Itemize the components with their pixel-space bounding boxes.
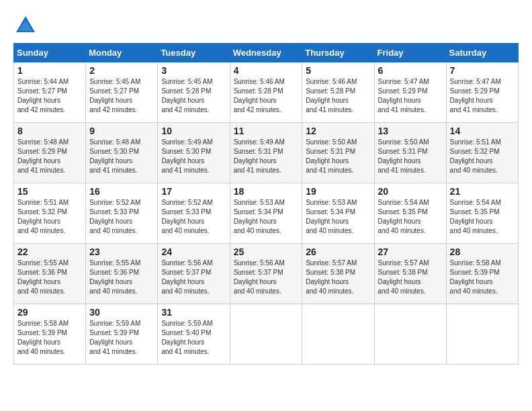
day-info: Sunrise: 5:51 AM Sunset: 5:32 PM Dayligh… bbox=[17, 198, 82, 236]
day-number: 19 bbox=[306, 186, 370, 197]
calendar-cell: 1 Sunrise: 5:44 AM Sunset: 5:27 PM Dayli… bbox=[14, 62, 86, 123]
calendar-cell: 9 Sunrise: 5:48 AM Sunset: 5:30 PM Dayli… bbox=[86, 123, 158, 183]
calendar-cell: 24 Sunrise: 5:56 AM Sunset: 5:37 PM Dayl… bbox=[158, 244, 230, 304]
weekday-header: Sunday bbox=[14, 44, 86, 62]
day-number: 6 bbox=[378, 65, 443, 76]
day-number: 25 bbox=[234, 246, 299, 257]
calendar-week-row: 15 Sunrise: 5:51 AM Sunset: 5:32 PM Dayl… bbox=[14, 183, 519, 244]
day-info: Sunrise: 5:56 AM Sunset: 5:37 PM Dayligh… bbox=[234, 259, 299, 296]
calendar-cell: 26 Sunrise: 5:57 AM Sunset: 5:38 PM Dayl… bbox=[302, 244, 374, 304]
day-info: Sunrise: 5:53 AM Sunset: 5:34 PM Dayligh… bbox=[306, 198, 370, 236]
calendar-cell: 25 Sunrise: 5:56 AM Sunset: 5:37 PM Dayl… bbox=[230, 244, 302, 304]
calendar-cell: 16 Sunrise: 5:52 AM Sunset: 5:33 PM Dayl… bbox=[86, 183, 158, 244]
calendar-cell: 29 Sunrise: 5:58 AM Sunset: 5:39 PM Dayl… bbox=[14, 304, 86, 365]
header-row: SundayMondayTuesdayWednesdayThursdayFrid… bbox=[14, 44, 519, 62]
day-info: Sunrise: 5:46 AM Sunset: 5:28 PM Dayligh… bbox=[306, 77, 370, 115]
calendar-cell: 5 Sunrise: 5:46 AM Sunset: 5:28 PM Dayli… bbox=[302, 62, 374, 123]
calendar-cell bbox=[446, 304, 518, 365]
logo bbox=[13, 13, 42, 38]
day-number: 3 bbox=[161, 65, 226, 76]
day-number: 14 bbox=[450, 126, 515, 136]
weekday-header: Monday bbox=[86, 44, 158, 62]
calendar-cell: 30 Sunrise: 5:59 AM Sunset: 5:39 PM Dayl… bbox=[86, 304, 158, 365]
calendar-cell: 18 Sunrise: 5:53 AM Sunset: 5:34 PM Dayl… bbox=[230, 183, 302, 244]
day-number: 5 bbox=[306, 65, 370, 76]
day-info: Sunrise: 5:50 AM Sunset: 5:31 PM Dayligh… bbox=[306, 138, 370, 175]
calendar-cell: 4 Sunrise: 5:46 AM Sunset: 5:28 PM Dayli… bbox=[230, 62, 302, 123]
calendar-cell: 7 Sunrise: 5:47 AM Sunset: 5:29 PM Dayli… bbox=[446, 62, 518, 123]
day-info: Sunrise: 5:57 AM Sunset: 5:38 PM Dayligh… bbox=[306, 259, 370, 296]
day-number: 9 bbox=[89, 126, 154, 136]
day-number: 4 bbox=[234, 65, 299, 76]
day-number: 18 bbox=[234, 186, 299, 197]
calendar-week-row: 22 Sunrise: 5:55 AM Sunset: 5:36 PM Dayl… bbox=[14, 244, 519, 304]
weekday-header: Wednesday bbox=[230, 44, 302, 62]
day-info: Sunrise: 5:52 AM Sunset: 5:33 PM Dayligh… bbox=[161, 198, 226, 236]
day-info: Sunrise: 5:49 AM Sunset: 5:31 PM Dayligh… bbox=[234, 138, 299, 175]
day-info: Sunrise: 5:47 AM Sunset: 5:29 PM Dayligh… bbox=[450, 77, 515, 115]
day-info: Sunrise: 5:46 AM Sunset: 5:28 PM Dayligh… bbox=[234, 77, 299, 115]
day-info: Sunrise: 5:48 AM Sunset: 5:30 PM Dayligh… bbox=[89, 138, 154, 175]
calendar-cell: 14 Sunrise: 5:51 AM Sunset: 5:32 PM Dayl… bbox=[446, 123, 518, 183]
day-info: Sunrise: 5:47 AM Sunset: 5:29 PM Dayligh… bbox=[378, 77, 443, 115]
calendar-cell: 22 Sunrise: 5:55 AM Sunset: 5:36 PM Dayl… bbox=[14, 244, 86, 304]
calendar-cell: 19 Sunrise: 5:53 AM Sunset: 5:34 PM Dayl… bbox=[302, 183, 374, 244]
calendar-cell: 17 Sunrise: 5:52 AM Sunset: 5:33 PM Dayl… bbox=[158, 183, 230, 244]
day-number: 30 bbox=[89, 307, 154, 318]
day-number: 7 bbox=[450, 65, 515, 76]
calendar-table: SundayMondayTuesdayWednesdayThursdayFrid… bbox=[13, 43, 519, 365]
day-number: 29 bbox=[17, 307, 82, 318]
calendar-week-row: 1 Sunrise: 5:44 AM Sunset: 5:27 PM Dayli… bbox=[14, 62, 519, 123]
calendar-cell: 15 Sunrise: 5:51 AM Sunset: 5:32 PM Dayl… bbox=[14, 183, 86, 244]
calendar-week-row: 8 Sunrise: 5:48 AM Sunset: 5:29 PM Dayli… bbox=[14, 123, 519, 183]
weekday-header: Thursday bbox=[302, 44, 374, 62]
day-number: 10 bbox=[161, 126, 226, 136]
day-number: 24 bbox=[161, 246, 226, 257]
day-number: 2 bbox=[89, 65, 154, 76]
day-number: 16 bbox=[89, 186, 154, 197]
day-info: Sunrise: 5:55 AM Sunset: 5:36 PM Dayligh… bbox=[17, 259, 82, 296]
calendar-cell: 3 Sunrise: 5:45 AM Sunset: 5:28 PM Dayli… bbox=[158, 62, 230, 123]
day-info: Sunrise: 5:57 AM Sunset: 5:38 PM Dayligh… bbox=[378, 259, 443, 296]
day-info: Sunrise: 5:52 AM Sunset: 5:33 PM Dayligh… bbox=[89, 198, 154, 236]
day-info: Sunrise: 5:55 AM Sunset: 5:36 PM Dayligh… bbox=[89, 259, 154, 296]
day-number: 15 bbox=[17, 186, 82, 197]
day-number: 22 bbox=[17, 246, 82, 257]
calendar-cell: 13 Sunrise: 5:50 AM Sunset: 5:31 PM Dayl… bbox=[374, 123, 446, 183]
day-info: Sunrise: 5:58 AM Sunset: 5:39 PM Dayligh… bbox=[17, 319, 82, 357]
day-info: Sunrise: 5:59 AM Sunset: 5:40 PM Dayligh… bbox=[161, 319, 226, 357]
calendar-week-row: 29 Sunrise: 5:58 AM Sunset: 5:39 PM Dayl… bbox=[14, 304, 519, 365]
calendar-cell: 2 Sunrise: 5:45 AM Sunset: 5:27 PM Dayli… bbox=[86, 62, 158, 123]
logo-icon bbox=[13, 13, 38, 38]
calendar-cell: 27 Sunrise: 5:57 AM Sunset: 5:38 PM Dayl… bbox=[374, 244, 446, 304]
day-info: Sunrise: 5:45 AM Sunset: 5:28 PM Dayligh… bbox=[161, 77, 226, 115]
day-number: 23 bbox=[89, 246, 154, 257]
calendar-cell: 12 Sunrise: 5:50 AM Sunset: 5:31 PM Dayl… bbox=[302, 123, 374, 183]
day-info: Sunrise: 5:53 AM Sunset: 5:34 PM Dayligh… bbox=[234, 198, 299, 236]
calendar-cell: 20 Sunrise: 5:54 AM Sunset: 5:35 PM Dayl… bbox=[374, 183, 446, 244]
day-info: Sunrise: 5:58 AM Sunset: 5:39 PM Dayligh… bbox=[450, 259, 515, 296]
calendar-cell: 23 Sunrise: 5:55 AM Sunset: 5:36 PM Dayl… bbox=[86, 244, 158, 304]
calendar-cell: 31 Sunrise: 5:59 AM Sunset: 5:40 PM Dayl… bbox=[158, 304, 230, 365]
weekday-header: Saturday bbox=[446, 44, 518, 62]
day-number: 21 bbox=[450, 186, 515, 197]
day-info: Sunrise: 5:48 AM Sunset: 5:29 PM Dayligh… bbox=[17, 138, 82, 175]
calendar-cell bbox=[302, 304, 374, 365]
day-number: 1 bbox=[17, 65, 82, 76]
calendar-cell: 6 Sunrise: 5:47 AM Sunset: 5:29 PM Dayli… bbox=[374, 62, 446, 123]
calendar-cell bbox=[374, 304, 446, 365]
day-number: 26 bbox=[306, 246, 370, 257]
calendar-cell: 28 Sunrise: 5:58 AM Sunset: 5:39 PM Dayl… bbox=[446, 244, 518, 304]
page-wrapper: SundayMondayTuesdayWednesdayThursdayFrid… bbox=[13, 13, 519, 365]
day-info: Sunrise: 5:59 AM Sunset: 5:39 PM Dayligh… bbox=[89, 319, 154, 357]
day-info: Sunrise: 5:50 AM Sunset: 5:31 PM Dayligh… bbox=[378, 138, 443, 175]
day-info: Sunrise: 5:54 AM Sunset: 5:35 PM Dayligh… bbox=[450, 198, 515, 236]
day-number: 31 bbox=[161, 307, 226, 318]
calendar-cell: 8 Sunrise: 5:48 AM Sunset: 5:29 PM Dayli… bbox=[14, 123, 86, 183]
day-number: 20 bbox=[378, 186, 443, 197]
calendar-cell bbox=[230, 304, 302, 365]
day-number: 27 bbox=[378, 246, 443, 257]
day-number: 12 bbox=[306, 126, 370, 136]
day-number: 11 bbox=[234, 126, 299, 136]
day-info: Sunrise: 5:54 AM Sunset: 5:35 PM Dayligh… bbox=[378, 198, 443, 236]
